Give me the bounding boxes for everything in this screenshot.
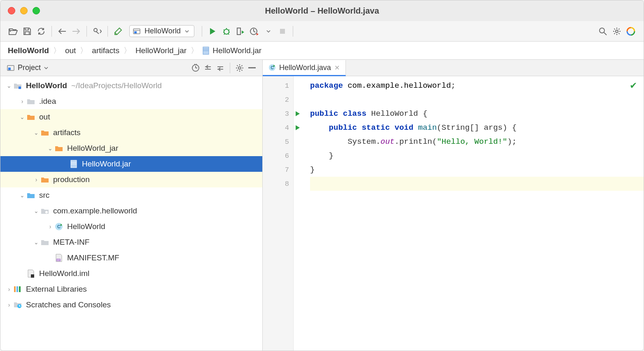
module-icon [13,82,23,89]
close-window-button[interactable] [8,7,15,14]
tree-row-artifacts[interactable]: ⌄ artifacts [0,125,262,140]
svg-text:C: C [271,66,273,70]
code-line[interactable]: } [310,149,644,163]
breadcrumb-item[interactable]: HelloWorld.jar [203,46,261,55]
tree-row-jar-dir[interactable]: ⌄ HelloWorld_jar [0,140,262,156]
svg-rect-6 [280,29,285,34]
minimize-window-button[interactable] [20,7,28,14]
hide-panel-icon[interactable] [246,62,258,74]
tree-label: HelloWorld [26,81,67,90]
select-opened-file-icon[interactable] [189,62,202,74]
code-line[interactable]: } [310,163,644,177]
gutter-line-number[interactable]: 7 [263,163,293,177]
chevron-right-icon: › [5,302,13,308]
code-area[interactable]: 12345678 package com.example.helloworld;… [263,76,644,351]
chevron-right-icon: › [19,98,26,105]
code-line[interactable] [310,177,644,191]
code-line[interactable]: package com.example.helloworld; [310,79,644,93]
gutter-line-number[interactable]: 6 [263,149,293,163]
toolbar-separator [51,26,52,37]
tree-label: HelloWorld.iml [39,269,89,278]
code-line[interactable]: public static void main(String[] args) { [310,121,644,135]
collapse-all-icon[interactable] [214,62,226,74]
project-panel: Project ⌄ HelloWorld ~/IdeaProjects/Hell… [0,60,263,351]
save-icon[interactable] [20,24,34,38]
close-tab-icon[interactable]: ✕ [334,64,340,72]
project-panel-header: Project [0,60,262,76]
vcs-icon[interactable] [90,24,104,38]
run-gutter-icon[interactable] [295,124,301,131]
run-config-selector[interactable]: HelloWorld [129,25,194,37]
editor-tab[interactable]: C HelloWorld.java ✕ [263,60,346,76]
gutter-line-number[interactable]: 5 [263,135,293,149]
chevron-down-icon: ⌄ [19,114,26,120]
breadcrumb-item[interactable]: artifacts [92,46,119,55]
tree-row-scratches[interactable]: › Scratches and Consoles [0,297,262,313]
gear-icon[interactable] [233,62,246,74]
tree-row-src[interactable]: ⌄ src [0,187,262,203]
open-icon[interactable] [6,24,20,38]
tree-label: HelloWorld [67,222,105,231]
tree-path: ~/IdeaProjects/HelloWorld [71,81,162,90]
project-tree[interactable]: ⌄ HelloWorld ~/IdeaProjects/HelloWorld ›… [0,76,262,351]
coverage-icon[interactable] [233,24,247,38]
settings-icon[interactable] [610,24,624,38]
tree-row-out[interactable]: ⌄ out [0,109,262,125]
breadcrumb-item[interactable]: HelloWorld_jar [135,46,187,55]
svg-rect-29 [19,286,21,292]
maximize-window-button[interactable] [33,7,40,14]
folder-icon [26,98,36,105]
svg-point-8 [616,30,618,33]
tree-label: com.example.helloworld [53,206,137,215]
breadcrumb-item[interactable]: out [65,46,76,55]
chevron-down-icon[interactable] [261,24,275,38]
folder-icon [40,239,50,246]
svg-point-7 [600,28,604,33]
breadcrumb-root[interactable]: HelloWorld [8,46,49,55]
svg-rect-26 [31,274,34,278]
tree-row-jar-file[interactable]: HelloWorld.jar [0,156,262,172]
debug-icon[interactable] [219,24,233,38]
code-line[interactable]: public class HelloWorld { [310,107,644,121]
profile-icon[interactable] [247,24,261,38]
run-gutter-icon[interactable] [295,110,301,117]
tree-row-project-root[interactable]: ⌄ HelloWorld ~/IdeaProjects/HelloWorld [0,78,262,94]
forward-icon[interactable] [69,24,83,38]
folder-icon [40,176,50,183]
svg-rect-28 [16,286,18,292]
gutter-line-number[interactable]: 1 [263,79,293,93]
stop-icon[interactable] [275,24,289,38]
search-icon[interactable] [596,24,610,38]
gutter-line-number[interactable]: 2 [263,93,293,107]
gutter-line-number[interactable]: 8 [263,177,293,191]
tree-row-manifest[interactable]: MF MANIFEST.MF [0,250,262,266]
tree-row-production[interactable]: › production [0,172,262,187]
inspection-ok-icon[interactable]: ✔ [630,80,637,91]
back-icon[interactable] [55,24,69,38]
code-line[interactable] [310,93,644,107]
tree-row-idea[interactable]: › .idea [0,94,262,109]
jetbrains-icon[interactable] [624,24,638,38]
tree-label: HelloWorld.jar [82,159,131,168]
tree-row-class[interactable]: › C HelloWorld [0,219,262,234]
gutter-line-number[interactable]: 4 [263,121,293,135]
expand-all-icon[interactable] [202,62,214,74]
sync-icon[interactable] [34,24,48,38]
tree-row-iml[interactable]: HelloWorld.iml [0,266,262,281]
source-folder-icon [26,192,36,199]
gutter-line-number[interactable]: 3 [263,107,293,121]
run-icon[interactable] [205,24,219,38]
folder-icon [40,129,50,136]
code-content[interactable]: package com.example.helloworld;public cl… [294,76,644,351]
chevron-right-icon: 〉 [124,45,131,56]
tree-label: production [53,175,90,184]
tree-row-metainf[interactable]: ⌄ META-INF [0,234,262,250]
tree-row-external-libs[interactable]: › External Libraries [0,281,262,297]
code-line[interactable]: System.out.println("Hello, World!"); [310,135,644,149]
breadcrumb-bar: HelloWorld 〉 out 〉 artifacts 〉 HelloWorl… [0,42,644,60]
build-icon[interactable] [111,24,125,38]
project-view-selector[interactable]: Project [5,63,51,73]
gutter[interactable]: 12345678 [263,76,294,351]
svg-rect-3 [134,31,137,33]
tree-row-package[interactable]: ⌄ com.example.helloworld [0,203,262,219]
